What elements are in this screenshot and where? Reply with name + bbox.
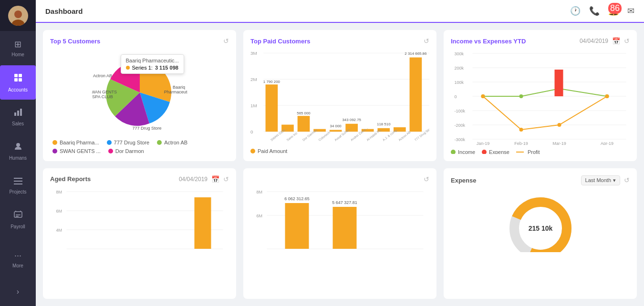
svg-text:0: 0 <box>250 129 253 134</box>
card-title: Expense <box>451 177 476 184</box>
svg-text:200k: 200k <box>455 66 464 71</box>
history-icon[interactable]: 🕐 <box>570 6 581 16</box>
svg-text:343 092.75: 343 092.75 <box>342 118 361 122</box>
svg-point-1 <box>12 20 24 26</box>
dashboard-grid: Top 5 Customers ↺ Baariq Pharmaceutic...… <box>36 23 644 306</box>
svg-rect-14 <box>16 214 21 215</box>
calendar-icon[interactable]: 📅 <box>211 175 219 183</box>
phone-icon[interactable]: 📞 <box>589 6 600 16</box>
svg-rect-6 <box>14 112 16 116</box>
income-expenses-card: Income vs Expenses YTD 04/04/2019 📅 ↺ 30… <box>444 30 637 161</box>
bottom-bar-chart: 8M 6M 6 062 312.65 5 647 327.81 <box>250 188 429 292</box>
svg-rect-7 <box>17 111 19 116</box>
home-icon: ⊞ <box>14 39 21 50</box>
sidebar-item-projects[interactable]: Projects <box>0 168 36 203</box>
top-paid-customers-card: Top Paid Customers ↺ 3M 2M 1M 0 <box>243 30 436 161</box>
svg-text:Actron AB: Actron AB <box>93 73 112 78</box>
svg-text:Baariq: Baariq <box>172 85 185 90</box>
svg-text:3M: 3M <box>250 51 257 56</box>
card-header: ↺ <box>250 175 429 183</box>
paid-dot <box>250 149 255 153</box>
svg-text:4M: 4M <box>56 228 62 233</box>
notification-button[interactable]: 🔔 86 <box>608 6 619 16</box>
svg-text:Sano Inc: Sano Inc <box>286 131 298 142</box>
legend-label: Dor Darmon <box>115 148 144 154</box>
accounts-icon <box>13 73 23 85</box>
pie-tooltip: Baariq Pharmaceutic... Series 1: 3 115 0… <box>121 54 184 74</box>
svg-rect-79 <box>555 70 563 96</box>
card-title: Aged Reports <box>50 175 91 183</box>
sidebar-item-label: Sales <box>12 121 24 126</box>
refresh-icon[interactable]: ↺ <box>624 176 630 184</box>
income-expense-legend: Income Expense Profit <box>451 149 630 154</box>
profit-legend: Profit <box>516 149 540 154</box>
profit-line <box>516 152 524 153</box>
expense-legend: Expense <box>482 149 509 154</box>
line-chart-svg: 300k 200k 100k 0 -100k -200k -300k <box>451 50 630 145</box>
svg-text:Apr-19: Apr-19 <box>601 141 613 145</box>
mail-icon[interactable]: ✉ <box>627 6 634 16</box>
svg-text:5 647 327.81: 5 647 327.81 <box>332 200 357 205</box>
sidebar-item-more[interactable]: ··· More <box>0 243 36 277</box>
svg-text:6M: 6M <box>56 209 62 214</box>
refresh-icon[interactable]: ↺ <box>223 37 229 45</box>
svg-point-9 <box>16 143 20 147</box>
pie-legend: Baariq Pharma... 777 Drug Store Actron A… <box>50 140 229 154</box>
aged-reports-card: Aged Reports 04/04/2019 📅 ↺ 8M 6M 4M <box>43 168 236 299</box>
svg-text:Actron AB: Actron AB <box>398 130 412 142</box>
legend-label: SWAN GENTS ... <box>60 148 101 154</box>
tooltip-label: Baariq Pharmaceutic... <box>126 58 179 63</box>
svg-text:Feb-19: Feb-19 <box>514 141 528 145</box>
humans-icon <box>14 142 22 153</box>
svg-rect-91 <box>195 197 211 249</box>
svg-rect-12 <box>14 184 22 184</box>
svg-text:215 10k: 215 10k <box>528 224 552 232</box>
profit-label: Profit <box>528 149 540 154</box>
legend-dot <box>157 140 162 145</box>
card-title: Income vs Expenses YTD <box>451 38 526 45</box>
card-header: Top Paid Customers ↺ <box>250 37 429 45</box>
svg-text:Mar-19: Mar-19 <box>552 141 566 145</box>
svg-rect-4 <box>14 78 18 82</box>
sidebar-item-payroll[interactable]: Payroll <box>0 203 36 237</box>
sidebar-item-accounts[interactable]: Accounts <box>0 65 36 100</box>
sidebar-item-label: Payroll <box>10 224 25 229</box>
svg-rect-15 <box>16 216 19 217</box>
svg-text:100k: 100k <box>455 80 464 85</box>
refresh-icon[interactable]: ↺ <box>424 175 429 183</box>
svg-text:2M: 2M <box>250 77 257 82</box>
svg-text:-200k: -200k <box>455 123 466 128</box>
refresh-icon[interactable]: ↺ <box>223 175 229 183</box>
sidebar-item-sales[interactable]: Sales <box>0 100 36 134</box>
svg-text:1 790 200: 1 790 200 <box>263 80 280 84</box>
income-dot <box>451 150 456 154</box>
svg-text:Jan-19: Jan-19 <box>477 141 490 145</box>
avatar[interactable] <box>8 6 28 26</box>
last-month-dropdown[interactable]: Last Month ▾ <box>581 175 620 185</box>
tooltip-number: 3 115 098 <box>155 65 178 71</box>
payroll-icon <box>14 211 22 222</box>
donut-chart-container: 215 10k <box>451 190 630 292</box>
refresh-icon[interactable]: ↺ <box>424 37 429 45</box>
calendar-icon[interactable]: 📅 <box>612 37 620 45</box>
refresh-icon[interactable]: ↺ <box>624 37 630 45</box>
legend-dot <box>107 140 112 145</box>
svg-rect-37 <box>330 130 342 132</box>
card-actions: ↺ <box>424 175 429 183</box>
sidebar-item-humans[interactable]: Humans <box>0 134 36 168</box>
sidebar-expand-button[interactable]: › <box>0 282 36 301</box>
legend-label: 777 Drug Store <box>114 140 150 145</box>
sidebar-item-home[interactable]: ⊞ Home <box>0 31 36 65</box>
svg-text:-300k: -300k <box>455 137 466 142</box>
line-chart-container: 300k 200k 100k 0 -100k -200k -300k <box>451 50 630 154</box>
card-date: 04/04/2019 <box>580 38 608 44</box>
svg-text:8M: 8M <box>257 190 263 194</box>
card-date: 04/04/2019 <box>179 176 208 183</box>
page-title: Dashboard <box>45 7 83 15</box>
income-legend: Income <box>451 149 475 154</box>
chevron-down-icon: ▾ <box>613 177 616 184</box>
sidebar: ⊞ Home Accounts Sales <box>0 0 36 306</box>
svg-text:565 000: 565 000 <box>297 111 311 115</box>
paid-amount-legend: Paid Amount <box>250 148 429 154</box>
more-icon: ··· <box>14 251 21 261</box>
